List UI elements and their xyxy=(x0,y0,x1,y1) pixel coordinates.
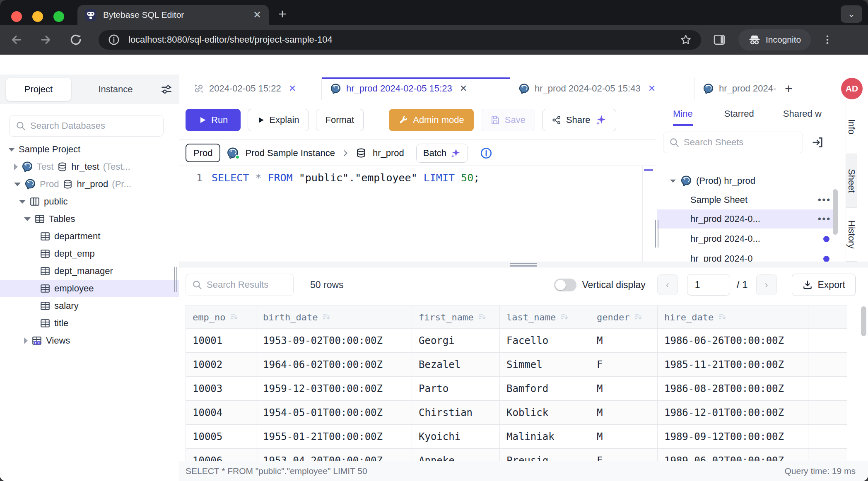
tab-overview-button[interactable]: ⌄ xyxy=(841,5,862,23)
tab-info[interactable]: Info xyxy=(846,100,857,154)
sort-icon[interactable] xyxy=(634,313,643,322)
batch-button[interactable]: Batch xyxy=(416,144,468,163)
search-sheets-input[interactable]: Search Sheets xyxy=(663,132,803,153)
table-cell[interactable]: Preusig xyxy=(500,449,590,461)
back-icon[interactable] xyxy=(9,33,23,47)
table-cell[interactable]: Simmel xyxy=(500,353,590,377)
tree-item-db-prod[interactable]: Prod hr_prod (Pr... xyxy=(0,176,179,193)
tree-item-db-test[interactable]: Test hr_test (Test... xyxy=(0,158,179,176)
sort-icon[interactable] xyxy=(322,313,331,322)
caret-down-icon[interactable] xyxy=(8,148,15,152)
export-button[interactable]: Export xyxy=(792,274,856,296)
table-cell[interactable]: M xyxy=(590,425,658,449)
sort-icon[interactable] xyxy=(718,313,727,322)
table-cell[interactable]: 10002 xyxy=(186,353,256,377)
tab-starred[interactable]: Starred xyxy=(724,105,754,126)
close-window-button[interactable] xyxy=(11,11,22,22)
vertical-display-toggle[interactable] xyxy=(554,279,576,291)
format-button[interactable]: Format xyxy=(316,109,364,131)
tree-item-views-group[interactable]: Views xyxy=(0,332,179,349)
table-cell[interactable]: Anneke xyxy=(412,449,500,461)
table-cell[interactable]: Parto xyxy=(412,377,500,401)
user-avatar[interactable]: AD xyxy=(841,78,863,99)
admin-mode-button[interactable]: Admin mode xyxy=(389,109,474,131)
tab-project[interactable]: Project xyxy=(6,78,71,101)
column-header[interactable]: first_name xyxy=(412,305,500,329)
editor-tab-2-active[interactable]: hr_prod 2024-02-05 15:23 ✕ xyxy=(322,77,510,100)
table-cell[interactable]: 10006 xyxy=(186,449,256,461)
info-icon[interactable] xyxy=(480,147,492,159)
editor-tab-4[interactable]: hr_prod 2024-0 xyxy=(694,77,776,100)
tab-instance[interactable]: Instance xyxy=(71,84,160,95)
zoom-window-button[interactable] xyxy=(53,11,64,22)
side-panel-icon[interactable] xyxy=(713,33,726,46)
sheet-group-row[interactable]: (Prod) hr_prod xyxy=(657,171,838,190)
reload-icon[interactable] xyxy=(69,33,83,47)
tree-item-tables-group[interactable]: Tables xyxy=(0,210,179,228)
explain-button[interactable]: Explain xyxy=(248,109,309,131)
tree-item-project[interactable]: Sample Project xyxy=(0,141,179,158)
table-cell[interactable]: 1985-11-21T00:00:00Z xyxy=(658,353,808,377)
sort-icon[interactable] xyxy=(560,313,569,322)
editor-minimap[interactable] xyxy=(642,166,655,262)
caret-right-icon[interactable] xyxy=(24,337,28,344)
splitter-drag-handle[interactable] xyxy=(510,263,537,267)
tree-item-schema-public[interactable]: public xyxy=(0,193,179,210)
table-cell[interactable]: 1955-01-21T00:00:00Z xyxy=(256,425,412,449)
table-cell[interactable]: 10003 xyxy=(186,377,256,401)
tab-history[interactable]: History xyxy=(846,208,857,262)
sheet-item-sample[interactable]: Sample Sheet ••• xyxy=(657,190,838,209)
sort-icon[interactable] xyxy=(477,313,487,322)
table-cell[interactable]: Bamford xyxy=(500,377,590,401)
caret-down-icon[interactable] xyxy=(14,183,21,186)
tree-item-table-dept-manager[interactable]: dept_manager xyxy=(0,262,179,280)
table-cell[interactable]: 10005 xyxy=(186,425,256,449)
close-tab-icon[interactable]: ✕ xyxy=(460,83,467,94)
browser-menu-icon[interactable] xyxy=(822,34,833,46)
sql-editor[interactable]: 1 SELECT * FROM "public"."employee" LIMI… xyxy=(179,166,656,262)
sheet-menu-icon[interactable]: ••• xyxy=(818,214,831,224)
table-cell[interactable]: Chirstian xyxy=(412,401,500,425)
table-cell[interactable]: 10001 xyxy=(186,329,256,353)
environment-chip[interactable]: Prod xyxy=(186,144,220,162)
save-button[interactable]: Save xyxy=(481,109,535,131)
sheet-scrollbar-thumb[interactable] xyxy=(833,189,838,235)
table-cell[interactable]: Facello xyxy=(500,329,590,353)
table-cell[interactable]: Maliniak xyxy=(500,425,590,449)
search-databases-input[interactable]: Search Databases xyxy=(9,115,164,137)
database-name[interactable]: hr_prod xyxy=(373,148,404,159)
results-scrollbar-thumb[interactable] xyxy=(861,306,866,336)
caret-down-icon[interactable] xyxy=(670,179,676,183)
table-cell[interactable]: M xyxy=(590,401,658,425)
table-cell[interactable]: 1989-06-02T00:00:00Z xyxy=(658,449,808,461)
table-cell[interactable]: Koblick xyxy=(500,401,590,425)
import-sheet-icon[interactable] xyxy=(811,136,825,149)
tree-item-table-department[interactable]: department xyxy=(0,228,179,245)
column-header[interactable]: emp_no xyxy=(186,305,256,329)
address-bar[interactable]: localhost:8080/sql-editor/sheet/project-… xyxy=(99,30,701,50)
sidebar-resize-handle[interactable] xyxy=(174,267,178,292)
table-cell[interactable]: 1953-09-02T00:00:00Z xyxy=(256,329,412,353)
next-page-button[interactable]: › xyxy=(756,274,777,295)
new-sheet-button[interactable]: + xyxy=(776,77,802,100)
tree-item-table-employee[interactable]: employee xyxy=(0,280,179,297)
table-cell[interactable]: M xyxy=(590,329,658,353)
filter-settings-icon[interactable] xyxy=(160,83,173,96)
share-button[interactable]: Share xyxy=(542,109,616,131)
sheet-item-partial[interactable]: hr_prod 2024-0 xyxy=(657,249,838,262)
close-tab-icon[interactable]: ✕ xyxy=(289,83,296,94)
caret-down-icon[interactable] xyxy=(24,217,31,221)
tab-mine[interactable]: Mine xyxy=(673,105,693,126)
table-cell[interactable]: 1986-08-28T00:00:00Z xyxy=(658,377,808,401)
column-header[interactable]: hire_date xyxy=(658,305,808,329)
table-cell[interactable]: F xyxy=(590,449,658,461)
sheet-menu-icon[interactable]: ••• xyxy=(818,195,831,205)
table-cell[interactable]: Georgi xyxy=(412,329,500,353)
tab-shared[interactable]: Shared w xyxy=(783,105,822,126)
sheet-item-unsaved[interactable]: hr_prod 2024-0... xyxy=(657,229,838,248)
forward-icon[interactable] xyxy=(39,33,53,47)
column-header[interactable]: last_name xyxy=(500,305,590,329)
sheet-item-current[interactable]: hr_prod 2024-0... ••• xyxy=(657,209,838,228)
site-info-icon[interactable] xyxy=(108,34,120,46)
tree-item-table-salary[interactable]: salary xyxy=(0,297,179,315)
